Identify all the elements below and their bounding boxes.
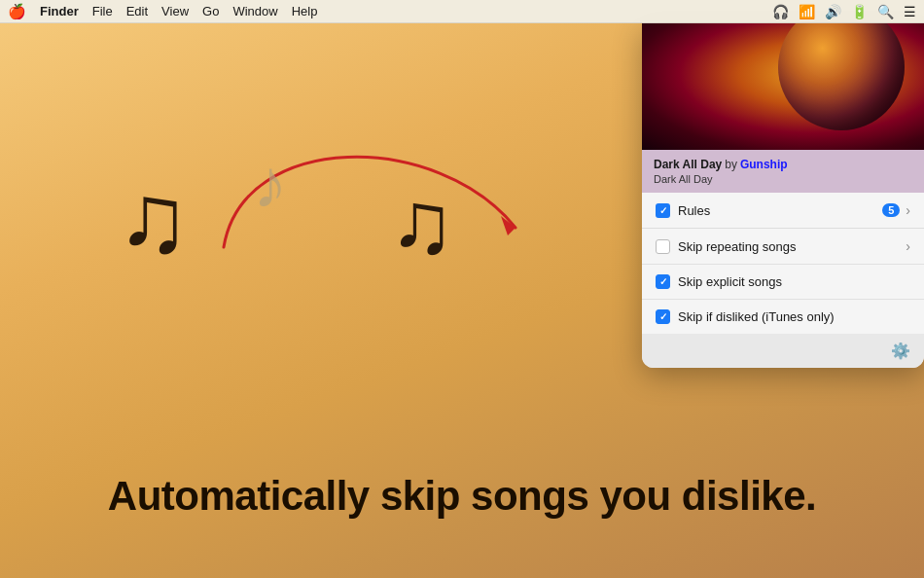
- rules-checkmark-icon: ✓: [659, 205, 667, 216]
- album-art-background: [642, 23, 924, 150]
- song-album: Dark All Day: [654, 173, 912, 185]
- song-title-line: Dark All Day by Gunship: [654, 158, 912, 171]
- skip-disliked-checkbox[interactable]: ✓: [656, 309, 670, 324]
- skip-explicit-row[interactable]: ✓ Skip explicit songs: [642, 265, 924, 300]
- settings-gear-icon[interactable]: ⚙️: [891, 342, 910, 360]
- skip-disliked-row[interactable]: ✓ Skip if disliked (iTunes only): [642, 300, 924, 334]
- volume-icon: 🔊: [825, 4, 841, 19]
- song-by-label: by: [725, 158, 737, 171]
- rules-badge: 5: [882, 203, 900, 217]
- menubar-left: 🍎 Finder File Edit View Go Window Help: [8, 3, 317, 20]
- list-icon[interactable]: ☰: [904, 4, 916, 19]
- menubar-window[interactable]: Window: [232, 4, 277, 18]
- battery-icon: 🔋: [851, 4, 868, 19]
- planet-decoration: [778, 23, 905, 130]
- song-info-bar: Dark All Day by Gunship Dark All Day: [642, 150, 924, 193]
- album-art: [642, 23, 924, 150]
- rules-chevron-icon: ›: [906, 202, 910, 218]
- menubar-help[interactable]: Help: [292, 4, 318, 18]
- skip-explicit-checkmark-icon: ✓: [659, 276, 667, 287]
- music-note-1: ♫: [117, 169, 190, 267]
- music-note-2: ♪: [253, 150, 287, 218]
- dj-icon: 🎧: [772, 4, 789, 19]
- menubar-view[interactable]: View: [161, 4, 189, 18]
- skip-repeating-row[interactable]: Skip repeating songs ›: [642, 229, 924, 265]
- rules-label: Rules: [678, 203, 882, 218]
- rules-row[interactable]: ✓ Rules 5 ›: [642, 193, 924, 229]
- headline: Automatically skip songs you dislike.: [0, 473, 924, 520]
- arc-arrow: [146, 91, 535, 286]
- skip-explicit-label: Skip explicit songs: [678, 274, 910, 289]
- music-notes-area: ♫ ♪ ♫: [58, 53, 593, 393]
- menubar-go[interactable]: Go: [202, 4, 219, 18]
- menubar-finder[interactable]: Finder: [40, 4, 79, 18]
- apple-logo-icon[interactable]: 🍎: [8, 3, 26, 20]
- rules-checkbox[interactable]: ✓: [656, 203, 670, 218]
- music-note-3: ♫: [389, 179, 455, 267]
- menubar-file[interactable]: File: [92, 4, 113, 18]
- popup-panel: Dark All Day by Gunship Dark All Day ✓ R…: [642, 23, 924, 368]
- skip-repeating-chevron-icon: ›: [906, 238, 910, 254]
- menubar-right: 🎧 📶 🔊 🔋 🔍 ☰: [772, 4, 916, 19]
- menubar-edit[interactable]: Edit: [126, 4, 148, 18]
- song-artist: Gunship: [740, 158, 788, 171]
- song-title: Dark All Day: [654, 158, 722, 171]
- skip-repeating-label: Skip repeating songs: [678, 239, 906, 254]
- skip-disliked-label: Skip if disliked (iTunes only): [678, 309, 910, 324]
- wifi-icon: 📶: [799, 4, 815, 19]
- skip-disliked-checkmark-icon: ✓: [659, 311, 667, 322]
- skip-repeating-checkbox[interactable]: [656, 239, 670, 254]
- menubar: 🍎 Finder File Edit View Go Window Help 🎧…: [0, 0, 924, 23]
- popup-footer: ⚙️: [642, 334, 924, 368]
- search-icon[interactable]: 🔍: [877, 4, 894, 19]
- skip-explicit-checkbox[interactable]: ✓: [656, 274, 670, 289]
